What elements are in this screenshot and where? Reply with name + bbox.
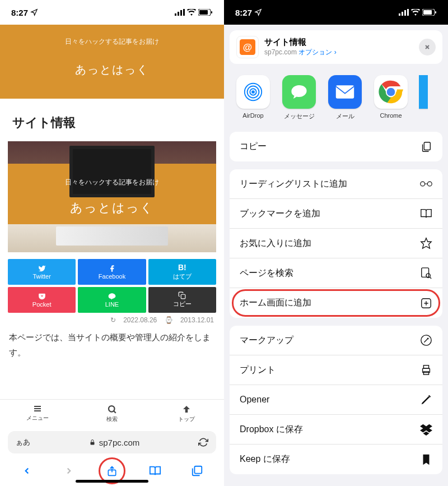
wifi-icon bbox=[187, 9, 196, 16]
banner-title: あっとはっく bbox=[0, 62, 224, 77]
svg-rect-19 bbox=[407, 9, 409, 16]
svg-text:@: @ bbox=[243, 42, 252, 53]
action-markup[interactable]: マークアップ bbox=[230, 326, 442, 355]
hero-title: あっとはっく bbox=[70, 200, 154, 216]
book-icon bbox=[420, 207, 432, 220]
svg-rect-15 bbox=[195, 466, 202, 474]
find-icon bbox=[420, 267, 432, 279]
wifi-icon bbox=[411, 9, 420, 16]
share-buttons: Twitter Facebook B!はてブ Pocket LINE コピー bbox=[8, 259, 216, 313]
page-content: 日々をハックする記事をお届け あっとはっく サイト情報 日々をハックする記事をお… bbox=[0, 25, 224, 399]
sheet-title: サイト情報 bbox=[264, 37, 413, 48]
share-line[interactable]: LINE bbox=[78, 287, 146, 313]
share-twitter[interactable]: Twitter bbox=[8, 259, 76, 285]
dropbox-icon bbox=[420, 423, 432, 436]
svg-line-12 bbox=[114, 411, 116, 413]
app-share-row[interactable]: AirDrop メッセージ メール Chrome bbox=[224, 64, 448, 124]
pocket-icon bbox=[38, 293, 46, 300]
share-pocket[interactable]: Pocket bbox=[8, 287, 76, 313]
star-icon bbox=[420, 237, 432, 249]
svg-point-11 bbox=[109, 406, 115, 412]
nav-top[interactable]: トップ bbox=[150, 400, 224, 427]
nav-search[interactable]: 検索 bbox=[74, 400, 149, 427]
url-bar[interactable]: ぁあ sp7pc.com bbox=[8, 431, 216, 453]
search-icon bbox=[106, 404, 118, 414]
svg-rect-47 bbox=[423, 365, 428, 369]
svg-rect-13 bbox=[90, 442, 94, 445]
home-indicator[interactable] bbox=[76, 480, 148, 483]
pencil-icon bbox=[420, 394, 432, 406]
svg-rect-7 bbox=[181, 294, 186, 299]
close-button[interactable] bbox=[419, 39, 436, 55]
copy-icon bbox=[420, 141, 432, 153]
sheet-domain: sp7pc.com bbox=[264, 48, 297, 56]
nav-menu[interactable]: メニュー bbox=[0, 400, 74, 427]
app-mail[interactable]: メール bbox=[327, 75, 363, 121]
svg-point-37 bbox=[427, 182, 432, 186]
copy-icon bbox=[178, 291, 186, 299]
signal-icon bbox=[175, 9, 185, 16]
action-group-3: マークアップ プリント Opener Dropbox に保存 Keep に保存 bbox=[230, 326, 442, 474]
app-airdrop[interactable]: AirDrop bbox=[235, 75, 271, 121]
text-size-button[interactable]: ぁあ bbox=[16, 437, 30, 447]
action-copy[interactable]: コピー bbox=[230, 132, 442, 161]
share-hatena[interactable]: B!はてブ bbox=[148, 259, 216, 285]
article-body: 本ページでは、当サイトの概要や管理人の紹介をします。 bbox=[0, 330, 224, 360]
banner-tagline: 日々をハックする記事をお届け bbox=[0, 37, 224, 47]
status-bar-left: 8:27 bbox=[0, 0, 224, 25]
menu-icon bbox=[32, 404, 43, 413]
svg-rect-3 bbox=[183, 9, 185, 16]
svg-rect-22 bbox=[435, 11, 436, 13]
svg-rect-48 bbox=[423, 372, 428, 375]
svg-rect-21 bbox=[423, 10, 432, 15]
clock: 8:27 bbox=[235, 8, 252, 17]
app-more[interactable] bbox=[419, 75, 428, 121]
svg-point-36 bbox=[421, 182, 425, 186]
clock: 8:27 bbox=[11, 8, 28, 17]
sheet-header: @ サイト情報 sp7pc.com オプション › bbox=[230, 30, 442, 64]
battery-icon bbox=[198, 9, 213, 16]
action-keep[interactable]: Keep に保存 bbox=[230, 445, 442, 474]
svg-rect-35 bbox=[424, 142, 430, 150]
printer-icon bbox=[420, 364, 432, 376]
site-banner[interactable]: 日々をハックする記事をお届け あっとはっく bbox=[0, 25, 224, 99]
svg-line-41 bbox=[430, 277, 431, 279]
action-print[interactable]: プリント bbox=[230, 355, 442, 385]
action-reading-list[interactable]: リーディングリストに追加 bbox=[230, 169, 442, 199]
svg-point-30 bbox=[251, 90, 255, 94]
sheet-options-link[interactable]: オプション › bbox=[298, 48, 336, 56]
location-icon bbox=[30, 8, 38, 16]
action-group-2: リーディングリストに追加 ブックマークを追加 お気に入りに追加 ページを検索 ホ… bbox=[230, 169, 442, 318]
hero-tagline: 日々をハックする記事をお届け bbox=[65, 178, 159, 187]
action-add-favorite[interactable]: お気に入りに追加 bbox=[230, 229, 442, 258]
app-chrome[interactable]: Chrome bbox=[373, 75, 409, 121]
svg-rect-16 bbox=[399, 13, 400, 16]
glasses-icon bbox=[420, 178, 432, 190]
action-add-to-home[interactable]: ホーム画面に追加 bbox=[230, 288, 442, 318]
reload-icon[interactable] bbox=[198, 437, 208, 447]
arrow-up-icon bbox=[181, 404, 192, 414]
share-icon bbox=[106, 464, 118, 478]
line-icon bbox=[108, 293, 116, 300]
svg-rect-6 bbox=[211, 11, 212, 13]
action-find-on-page[interactable]: ページを検索 bbox=[230, 258, 442, 288]
svg-rect-17 bbox=[402, 12, 403, 16]
action-group-1: コピー bbox=[230, 132, 442, 161]
action-add-bookmark[interactable]: ブックマークを追加 bbox=[230, 199, 442, 229]
facebook-icon bbox=[108, 265, 116, 272]
back-button[interactable] bbox=[15, 459, 39, 483]
svg-rect-2 bbox=[180, 10, 182, 16]
tabs-button[interactable] bbox=[185, 459, 209, 483]
phone-right: 8:27 @ サイト情報 sp7pc.com オプション › AirD bbox=[224, 0, 448, 486]
svg-rect-18 bbox=[404, 10, 406, 16]
app-messages[interactable]: メッセージ bbox=[281, 75, 317, 121]
share-facebook[interactable]: Facebook bbox=[78, 259, 146, 285]
plus-square-icon bbox=[420, 297, 432, 309]
svg-rect-39 bbox=[422, 268, 429, 277]
share-sheet: @ サイト情報 sp7pc.com オプション › AirDrop メッセージ … bbox=[224, 25, 448, 486]
hero-image: 日々をハックする記事をお届け あっとはっく bbox=[8, 141, 216, 252]
svg-rect-5 bbox=[199, 10, 208, 15]
action-dropbox[interactable]: Dropbox に保存 bbox=[230, 415, 442, 445]
share-copy[interactable]: コピー bbox=[148, 287, 216, 313]
action-opener[interactable]: Opener bbox=[230, 385, 442, 415]
